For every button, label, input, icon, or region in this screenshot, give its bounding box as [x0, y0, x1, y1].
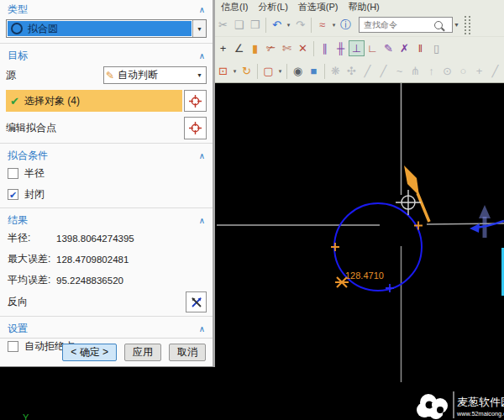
make-corner-icon[interactable]: ✕ — [295, 40, 311, 56]
cut-icon: ✂ — [215, 17, 231, 33]
closed-checkbox-row: ✔ 封闭 — [0, 184, 213, 205]
offset-curve-icon[interactable]: ▮ — [247, 40, 263, 56]
toolbar-separator — [313, 41, 314, 56]
toolbar-grip[interactable] — [465, 16, 470, 34]
source-label: 源 — [6, 68, 16, 82]
snap-pole-icon: ~ — [391, 63, 407, 79]
nx-application-window: 128.4710 Y 麦葱软件园 — [0, 0, 504, 420]
closed-checkbox[interactable]: ✔ — [8, 189, 18, 200]
result-avg-error-value: 95.2248836520 — [56, 276, 123, 286]
collapse-chevron-icon[interactable]: ∧ — [199, 324, 205, 333]
toolbar-separator — [324, 64, 325, 79]
snap-tangent-icon: ╱ — [487, 63, 503, 79]
collapse-chevron-icon[interactable]: ∧ — [199, 216, 205, 225]
fit-point-marker-blue[interactable] — [386, 284, 394, 292]
top-toolbar-area: 信息(I)分析(L)首选项(P)帮助(H) ✂❑❒↶▾↷≈▾ⓘ ▼ +∠▮✃✄✕… — [214, 0, 504, 83]
watermark-url: www.52maicong.com — [456, 410, 504, 417]
section-results-title: 结果 — [8, 213, 28, 228]
fit-circle-icon — [11, 23, 23, 34]
quick-extend-icon[interactable]: ✄ — [279, 40, 295, 56]
edit-fit-points-button[interactable] — [184, 117, 207, 139]
separator — [0, 338, 213, 339]
auto-constrain-icon[interactable]: ‖ — [412, 40, 428, 56]
result-max-error-row: 最大误差: 128.4709802481 — [0, 249, 213, 270]
section-type[interactable]: 类型 ∧ — [0, 0, 213, 17]
snap-point-dropdown-icon[interactable]: ▾ — [231, 63, 239, 79]
collapse-chevron-icon[interactable]: ∧ — [199, 5, 205, 14]
reverse-direction-button[interactable] — [186, 291, 207, 312]
animate-dimension-icon[interactable]: ✎ — [381, 40, 396, 56]
type-dropdown-selected[interactable]: 拟合圆 — [8, 21, 192, 36]
solid-body-filter-icon[interactable]: ■ — [306, 63, 322, 79]
toolbar-separator — [265, 18, 266, 33]
result-max-error-value: 128.4709802481 — [56, 255, 129, 265]
paste-icon: ❒ — [247, 17, 263, 33]
display-sketch-constraints-icon[interactable]: ⊥ — [349, 40, 365, 56]
separator — [0, 143, 213, 144]
selection-ball-icon[interactable]: ◉ — [290, 63, 306, 79]
sketch-curve-icon[interactable]: ≈ — [314, 17, 330, 33]
command-search-input[interactable] — [362, 19, 434, 30]
max-error-value-label: 128.4710 — [345, 270, 384, 281]
profile-icon[interactable]: + — [215, 40, 231, 56]
snap-scattered-points-icon: ❋ — [328, 63, 344, 79]
snap-defining-point-icon: ⋔ — [407, 63, 423, 79]
undo-dropdown-icon[interactable]: ▾ — [285, 17, 292, 33]
undo-icon[interactable]: ↶ — [269, 17, 285, 33]
section-type-title: 类型 — [8, 3, 28, 17]
alternate-solution-icon[interactable]: ∟ — [365, 40, 381, 56]
menu-item[interactable]: 信息(I) — [216, 1, 253, 13]
sketch-tools-toolbar: +∠▮✃✄✕∥╫⊥∟✎✗‖▯ — [214, 37, 504, 60]
source-dropdown-caret-icon[interactable]: ▼ — [197, 72, 204, 78]
y-axis-label: Y — [23, 412, 29, 420]
menu-item[interactable]: 首选项(P) — [293, 1, 344, 13]
reverse-direction-icon — [190, 296, 203, 309]
search-dropdown-icon[interactable]: ▼ — [453, 17, 460, 33]
geometric-constraints-icon[interactable]: ∥ — [317, 40, 333, 56]
select-object-active[interactable]: ✔ 选择对象 (4) — [6, 90, 182, 112]
select-object-row: ✔ 选择对象 (4) — [6, 90, 207, 112]
fit-curve-dialog: 类型 ∧ 拟合圆 ▼ 目标 ∧ 源 ✎ 自动判断 ▼ ✔ 选 — [0, 0, 215, 367]
select-object-point-button[interactable] — [184, 90, 207, 112]
separator — [0, 316, 213, 317]
section-settings[interactable]: 设置 ∧ — [0, 319, 213, 336]
ok-button[interactable]: < 确定 > — [62, 344, 117, 361]
check-icon: ✔ — [10, 95, 19, 108]
select-object-label: 选择对象 (4) — [24, 94, 80, 108]
cancel-button[interactable]: 取消 — [169, 344, 206, 361]
section-fit-conditions[interactable]: 拟合条件 ∧ — [0, 146, 213, 163]
menu-item[interactable]: 帮助(H) — [344, 1, 385, 13]
rapid-dimension-icon[interactable]: ∠ — [231, 40, 247, 56]
snap-existing-point-icon: ✣ — [344, 63, 360, 79]
fit-point-marker[interactable] — [331, 222, 423, 252]
menu-item[interactable]: 分析(L) — [253, 1, 292, 13]
drag-handle-ghost-arrow[interactable] — [479, 205, 491, 238]
sketch-curve-dropdown-icon[interactable]: ▾ — [330, 17, 338, 33]
command-info-icon[interactable]: ⓘ — [338, 17, 354, 33]
section-settings-title: 设置 — [8, 322, 28, 336]
select-region-dropdown-icon[interactable]: ▾ — [276, 63, 284, 79]
toolbar-separator — [286, 64, 287, 79]
section-results[interactable]: 结果 ∧ — [0, 211, 213, 228]
reverse-row: 反向 — [0, 291, 213, 313]
collapse-chevron-icon[interactable]: ∧ — [199, 51, 205, 60]
sketch-options-icon[interactable]: ▯ — [428, 40, 444, 56]
snap-end-point-icon: ╱ — [360, 63, 375, 79]
type-dropdown[interactable]: 拟合圆 ▼ — [6, 19, 207, 38]
source-dropdown-value: 自动判断 — [118, 68, 193, 82]
rotate-point-icon[interactable]: ↻ — [239, 63, 255, 79]
section-target[interactable]: 目标 ∧ — [0, 46, 213, 63]
apply-button[interactable]: 应用 — [124, 344, 161, 361]
search-icon[interactable] — [434, 21, 443, 29]
type-dropdown-caret-icon[interactable]: ▼ — [192, 20, 206, 37]
select-region-icon[interactable]: ▢ — [260, 63, 276, 79]
dimension-group-icon[interactable]: ╫ — [333, 40, 349, 56]
collapse-chevron-icon[interactable]: ∧ — [199, 151, 205, 160]
closed-checkbox-label: 封闭 — [24, 187, 45, 202]
radius-checkbox[interactable] — [8, 168, 18, 179]
snap-point-enable-icon[interactable]: ⊡ — [215, 63, 231, 79]
source-dropdown[interactable]: ✎ 自动判断 ▼ — [103, 66, 207, 84]
show-remove-constraints-icon[interactable]: ✗ — [396, 40, 412, 56]
separator — [0, 43, 213, 44]
quick-trim-icon[interactable]: ✃ — [263, 40, 279, 56]
